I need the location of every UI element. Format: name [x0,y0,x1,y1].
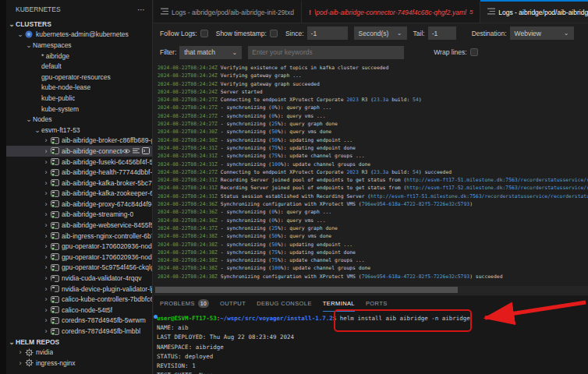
panel-tab-ports[interactable]: PORTS [366,295,388,312]
tree-item[interactable]: ›kube-node-lease [6,83,152,94]
tree-item[interactable]: ›aib-aibridge-streaming-0 [6,210,152,221]
chevron-right-icon: › [42,210,50,218]
pod-icon [50,327,59,336]
pod-icon [50,231,59,240]
horizontal-scrollbar[interactable] [154,286,588,294]
chevron-right-icon: › [42,306,50,314]
tree-item[interactable]: ›aib-aibridge-connector... [6,146,152,157]
since-input[interactable] [307,26,348,40]
pod-icon [50,242,59,251]
tree-item[interactable]: ›* aibridge [6,51,152,62]
tree-item[interactable]: ⌄kubernetes-admin@kubernetes [6,30,152,41]
log-icon[interactable] [133,147,140,154]
tree-item[interactable]: ›gpu-operator-1706020936-node-... [6,241,152,252]
tree-item[interactable]: ›ingress-nginx [6,358,152,369]
tree-item[interactable]: ›gpu-operator-5c9754f456-ckqlg [6,263,152,273]
tree-item-label: aib-aibridge-connector... [62,147,122,155]
tree-item[interactable]: ›aib-ingress-nginx-controller-6b7... [6,231,152,242]
tree-item[interactable]: ›nvidia [6,347,152,358]
scrollbar-thumb[interactable] [155,287,458,293]
log-line: 2024-08-22T08:24:31Z - synchronizing (10… [158,161,588,168]
pod-icon [50,316,59,325]
eye-icon[interactable] [122,147,130,154]
chevron-right-icon: › [42,179,50,187]
terminal-icon[interactable] [142,147,150,154]
tree-item[interactable]: ›gpu-operator-1706020936-node-... [6,252,152,263]
editor-tab[interactable]: !\pod-aib-aibridge-connector-7494f4c68c-… [302,0,480,23]
tree-item-label: nvidia-device-plugin-validator-ljp... [62,285,152,293]
chevron-right-icon: › [16,348,24,356]
log-line: 2024-08-22T08:24:37Z - synchronizing (25… [158,224,588,232]
tree-item[interactable]: ›aib-aibridge-kafka-zookeeper-64... [6,189,152,199]
log-line: 2024-08-22T08:24:27Z - synchronizing (0%… [158,104,588,111]
panel-tab-debug-console[interactable]: DEBUG CONSOLE [257,295,312,312]
more-actions-icon[interactable]: ⋯ [137,5,146,14]
pod-icon [50,178,59,187]
tree-item[interactable]: ›calico-node-54t5f [6,305,152,316]
tree-item[interactable]: ›aib-aibridge-proxy-674c84d4f9-x... [6,199,152,210]
tree-item[interactable]: ›nvidia-device-plugin-validator-ljp... [6,284,152,295]
tree-item[interactable]: ›calico-kube-controllers-7bdbfc66... [6,294,152,305]
tree-item[interactable]: ⌄esvm-ft17-53 [6,125,152,136]
log-line: 2024-08-22T08:24:31Z Status session esta… [158,192,588,200]
tree-item[interactable]: ›coredns-787d4945fb-lmbbl [6,326,152,337]
panel-tab-terminal[interactable]: TERMINAL [323,295,355,312]
terminal-line: TEST SUITE: None [157,371,588,374]
tree-item[interactable]: ›aib-aibridge-fuseki-6c456bf4f-59... [6,157,152,168]
tree-item[interactable]: ›aib-aibridge-broker-c86ffb689-gl... [6,136,152,146]
log-toolbar-row2: Filter: that match ⌄ Wrap lines: [154,43,588,62]
tree-item[interactable]: ›nvidia-cuda-validator-4rqqv [6,273,152,284]
keywords-input[interactable] [248,46,404,59]
tree-item-label: HELM REPOS [16,338,59,346]
tree-item-label: ingress-nginx [36,359,76,367]
tree-item-label: aib-aibridge-health-77744dbbf-5... [62,168,152,176]
chevron-down-icon: ⌄ [25,41,33,49]
panel-tab-output[interactable]: OUTPUT [220,295,246,312]
editor-tab[interactable]: Logs - aibridge/pod/aib-aibridge-co [480,0,588,23]
pod-icon [50,189,59,198]
since-unit-dropdown[interactable]: Second(s) ⌄ [354,26,407,40]
tree-item[interactable]: ⌄HELM REPOS [6,337,152,348]
tree-item[interactable]: ⌄Namespaces [6,40,152,51]
tree-item[interactable]: ⌄Nodes [6,114,152,125]
log-line: 2024-08-22T08:24:36Z - synchronizing (0%… [158,208,588,216]
tail-label: Tail: [413,30,425,37]
tree-item-label: aib-aibridge-broker-c86ffb689-gl... [62,136,152,144]
tree-item[interactable]: ⌄CLUSTERS [6,19,152,30]
chevron-down-icon: ⌄ [556,30,569,37]
terminal-output[interactable]: user@ESVM-FT17-53:~/wspc/src/voyager/ins… [154,312,588,374]
tab-error-count: 5 [469,9,473,16]
pod-icon [50,305,59,314]
tree-item[interactable]: ›kube-public [6,93,152,104]
bottom-panel: PROBLEMS10OUTPUTDEBUG CONSOLETERMINALPOR… [154,295,588,374]
tree-item-label: kube-system [41,105,79,113]
tree-item[interactable]: ›gpu-operator-resources [6,72,152,83]
tree-item-label: calico-node-54t5f [62,306,112,314]
show-timestamp-checkbox[interactable] [270,30,278,37]
panel-tab-label: DEBUG CONSOLE [257,300,312,307]
pod-icon [50,199,59,208]
pod-icon [50,295,59,304]
chevron-right-icon: › [42,189,50,197]
tree-item-label: * aibridge [41,52,69,60]
wrap-lines-checkbox[interactable] [470,48,478,56]
tree-item[interactable]: ›default [6,61,152,72]
tree-item[interactable]: ›kube-system [6,104,152,115]
tree-item[interactable]: ›aib-aibridge-health-77744dbbf-5... [6,167,152,178]
panel-tab-problems[interactable]: PROBLEMS10 [160,295,209,312]
tree-item[interactable]: ›aib-aibridge-webservice-8455f5b... [6,220,152,231]
log-line: 2024-08-22T08:24:36Z - synchronizing (0%… [158,217,588,224]
follow-logs-checkbox[interactable] [200,30,208,37]
destination-dropdown[interactable]: Webview ⌄ [510,26,574,40]
tail-input[interactable] [428,26,456,40]
chevron-right-icon: › [42,295,50,303]
log-line: 2024-08-22T08:24:30Z - synchronizing (50… [158,128,588,136]
tree-item[interactable]: ›aib-aibridge-kafka-broker-5bc7fd... [6,178,152,189]
log-line: 2024-08-22T08:24:36Z Synchronizing confi… [158,200,588,208]
filter-dropdown[interactable]: that match ⌄ [179,46,242,59]
pod-icon [50,146,59,155]
tree-item[interactable]: ›coredns-787d4945fb-5wrwm [6,316,152,326]
editor-area: Logs - aibridge/pod/aib-aibridge-init-29… [154,0,588,374]
error-icon: ! [309,9,311,16]
editor-tab[interactable]: Logs - aibridge/pod/aib-aibridge-init-29… [154,0,302,23]
